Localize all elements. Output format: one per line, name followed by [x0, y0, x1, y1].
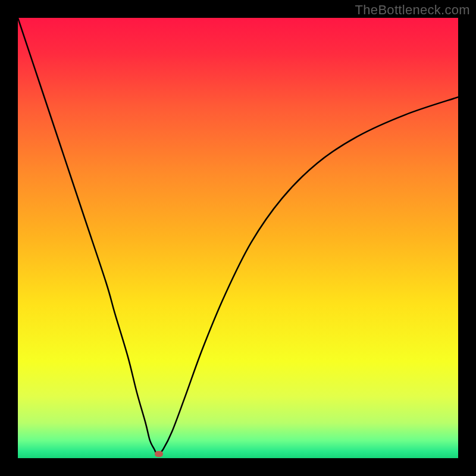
chart-background: [18, 18, 458, 458]
bottleneck-chart: [18, 18, 458, 458]
chart-frame: TheBottleneck.com: [0, 0, 476, 476]
minimum-marker: [155, 451, 163, 457]
watermark-text: TheBottleneck.com: [355, 2, 470, 18]
